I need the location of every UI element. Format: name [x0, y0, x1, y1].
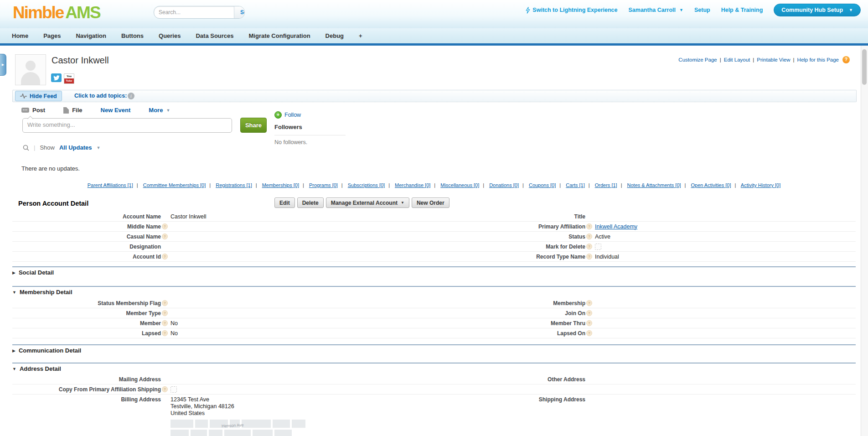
billing-line-1: 12345 Test Ave [170, 396, 353, 403]
printable-view-link[interactable]: Printable View [757, 57, 790, 62]
related-link-merchandise[interactable]: Merchandise [0] [395, 182, 430, 188]
community-hub-setup-button[interactable]: Community Hub Setup ▼ [774, 4, 861, 16]
add-topics-link[interactable]: Click to add topics: [74, 90, 127, 102]
field-label: Lapsed On [557, 330, 585, 337]
post-composer-input[interactable] [22, 118, 232, 133]
field-label: Lapsed [142, 330, 161, 337]
search-button[interactable]: Search [234, 6, 245, 18]
more-actions-menu[interactable]: More ▼ [149, 107, 170, 114]
post-action[interactable]: ••• Post [21, 107, 45, 114]
help-icon[interactable]: ? [162, 310, 168, 316]
chevron-right-icon: ▶ [12, 270, 16, 275]
vertical-scrollbar[interactable] [861, 46, 868, 436]
help-icon[interactable]: ? [586, 310, 592, 316]
tab-queries[interactable]: Queries [159, 32, 181, 39]
new-event-action[interactable]: New Event [101, 107, 131, 114]
related-link-notes-attachments[interactable]: Notes & Attachments [0] [627, 182, 681, 188]
section-social-detail[interactable]: ▶ Social Detail [12, 269, 54, 276]
related-link-open-activities[interactable]: Open Activities [0] [691, 182, 731, 188]
help-icon[interactable]: ? [162, 386, 168, 392]
sidebar-collapse-tab[interactable]: ▶ [0, 54, 6, 76]
tab-navigation[interactable]: Navigation [76, 32, 106, 39]
tab-add[interactable]: + [359, 32, 362, 39]
section-membership-detail[interactable]: ▼ Membership Detail [12, 289, 72, 296]
related-link-programs[interactable]: Programs [0] [309, 182, 338, 188]
help-training-link[interactable]: Help & Training [721, 7, 763, 13]
feed-filter-dropdown[interactable]: All Updates [59, 144, 92, 151]
share-button[interactable]: Share [240, 118, 267, 133]
followers-title: Followers [274, 124, 302, 130]
no-updates-text: There are no updates. [21, 165, 80, 172]
divider [274, 135, 346, 135]
nimble-ams-logo: NimbleAMS [13, 3, 100, 23]
help-icon[interactable]: ? [586, 254, 592, 260]
edit-layout-link[interactable]: Edit Layout [724, 57, 750, 62]
help-icon[interactable]: ? [586, 223, 592, 229]
user-menu[interactable]: Samantha Carroll ▼ [629, 7, 683, 13]
field-label: Billing Address [121, 396, 161, 403]
related-link-orders[interactable]: Orders [1] [595, 182, 617, 188]
chevron-down-icon: ▼ [849, 8, 853, 12]
tab-data-sources[interactable]: Data Sources [196, 32, 233, 39]
help-icon[interactable]: ? [586, 234, 592, 239]
file-action[interactable]: File [63, 107, 82, 114]
related-link-parent-affiliations[interactable]: Parent Affiliations [1] [88, 182, 133, 188]
feed-header-bar: Hide Feed Click to add topics: i [12, 90, 857, 102]
field-value [169, 386, 353, 393]
tab-pages[interactable]: Pages [43, 32, 61, 39]
global-search: Search [154, 6, 245, 19]
app-window: NimbleAMS Search Switch to Lightning Exp… [0, 0, 868, 436]
related-link-committee-memberships[interactable]: Committee Memberships [0] [143, 182, 206, 188]
tab-buttons[interactable]: Buttons [121, 32, 144, 39]
setup-link[interactable]: Setup [694, 7, 710, 13]
copy-shipping-checkbox[interactable] [170, 386, 177, 393]
related-link-registrations[interactable]: Registrations [1] [216, 182, 252, 188]
help-icon[interactable]: ? [586, 244, 592, 249]
search-icon[interactable] [23, 145, 29, 151]
field-label: Copy From Primary Affiliation Shipping [59, 386, 161, 393]
help-icon[interactable]: ? [162, 234, 168, 239]
manage-external-account-button[interactable]: Manage External Account ▼ [326, 197, 409, 208]
help-icon[interactable]: ? [586, 300, 592, 306]
scrollbar-thumb[interactable] [862, 49, 867, 85]
customize-page-link[interactable]: Customize Page [678, 57, 717, 62]
help-icon[interactable]: ? [586, 330, 592, 336]
table-row: Lapsed? No Lapsed On? [12, 328, 856, 338]
help-icon[interactable]: ? [162, 223, 168, 229]
mark-for-delete-checkbox[interactable] [595, 244, 601, 250]
twitter-icon[interactable] [51, 73, 62, 82]
billing-address-map[interactable]: Henson Ave [170, 420, 307, 436]
help-question-icon[interactable]: ? [842, 56, 850, 63]
tab-home[interactable]: Home [12, 32, 28, 39]
avatar[interactable] [15, 54, 46, 85]
related-link-memberships[interactable]: Memberships [0] [262, 182, 299, 188]
related-link-donations[interactable]: Donations [0] [489, 182, 519, 188]
hide-feed-button[interactable]: Hide Feed [15, 91, 62, 101]
field-label: Other Address [548, 376, 585, 383]
related-link-activity-history[interactable]: Activity History [0] [741, 182, 780, 188]
section-communication-detail[interactable]: ▶ Communication Detail [12, 347, 81, 354]
tab-migrate-configuration[interactable]: Migrate Configuration [249, 32, 310, 39]
related-link-coupons[interactable]: Coupons [0] [529, 182, 556, 188]
primary-affiliation-link[interactable]: Inkwell Academy [595, 223, 637, 230]
help-icon[interactable]: ? [162, 254, 168, 260]
new-order-button[interactable]: New Order [412, 197, 450, 208]
help-icon[interactable]: ? [162, 330, 168, 336]
help-for-this-page-link[interactable]: Help for this Page [797, 57, 839, 62]
section-address-detail[interactable]: ▼ Address Detail [12, 365, 61, 372]
delete-button[interactable]: Delete [297, 197, 324, 208]
field-value [593, 244, 856, 250]
switch-to-lightning-link[interactable]: Switch to Lightning Experience [526, 7, 617, 14]
tab-debug[interactable]: Debug [326, 32, 344, 39]
help-icon[interactable]: ? [162, 300, 168, 306]
edit-button[interactable]: Edit [274, 197, 295, 208]
related-link-carts[interactable]: Carts [1] [566, 182, 585, 188]
related-link-miscellaneous[interactable]: Miscellaneous [0] [440, 182, 479, 188]
search-input[interactable] [154, 6, 234, 18]
help-icon[interactable]: ? [586, 320, 592, 326]
info-icon[interactable]: i [128, 93, 134, 99]
follow-button[interactable]: + Follow [274, 111, 301, 119]
youtube-icon[interactable]: You Tube [64, 73, 74, 84]
help-icon[interactable]: ? [162, 320, 168, 326]
related-link-subscriptions[interactable]: Subscriptions [0] [348, 182, 385, 188]
